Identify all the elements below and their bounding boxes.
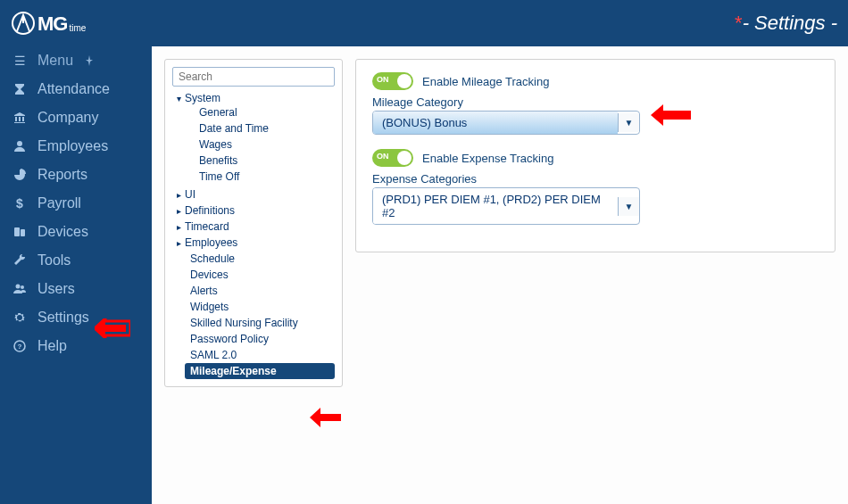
dropdown-value: (PRD1) PER DIEM #1, (PRD2) PER DIEM #2 xyxy=(373,188,618,224)
expense-categories-label: Expense Categories xyxy=(372,172,819,186)
tree-leaf-devices[interactable]: Devices xyxy=(185,267,335,283)
sidebar-item-tools[interactable]: Tools xyxy=(0,246,152,275)
mileage-toggle[interactable]: ON xyxy=(372,72,413,90)
expense-toggle-row: ON Enable Expense Tracking xyxy=(372,149,819,167)
menu-icon: ☰ xyxy=(11,54,29,68)
tree-leaf-benefits[interactable]: Benefits xyxy=(194,153,335,169)
tree-leaf-snf[interactable]: Skilled Nursing Facility xyxy=(185,315,335,331)
tree-search-input[interactable] xyxy=(172,67,335,87)
expand-icon: ▸ xyxy=(172,222,185,232)
expand-icon: ▸ xyxy=(172,190,185,200)
tree-leaf-timeoff[interactable]: Time Off xyxy=(194,169,335,185)
toggle-on-label: ON xyxy=(377,152,389,161)
content-panel: ON Enable Mileage Tracking Mileage Categ… xyxy=(355,59,836,252)
sidebar-item-menu[interactable]: ☰ Menu xyxy=(0,46,152,75)
piechart-icon xyxy=(11,169,29,181)
sidebar-item-employees[interactable]: Employees xyxy=(0,132,152,161)
expense-categories-dropdown[interactable]: (PRD1) PER DIEM #1, (PRD2) PER DIEM #2 ▼ xyxy=(372,187,640,225)
app-header: MG time *- Settings - xyxy=(0,0,848,46)
sidebar: ☰ Menu Attendance Company Employees xyxy=(0,46,152,504)
sidebar-item-label: Reports xyxy=(37,167,87,183)
mileage-category-label: Mileage Category xyxy=(372,95,819,109)
tree-leaf-wages[interactable]: Wages xyxy=(194,136,335,153)
toggle-knob xyxy=(397,74,412,88)
settings-tree: ▾System General Date and Time Wages Bene… xyxy=(172,90,335,379)
svg-rect-2 xyxy=(14,227,20,236)
sidebar-item-label: Company xyxy=(37,110,98,126)
svg-point-1 xyxy=(17,141,22,146)
chevron-down-icon[interactable]: ▼ xyxy=(618,113,639,132)
sidebar-item-label: Menu xyxy=(37,53,73,69)
pin-icon[interactable] xyxy=(80,55,98,66)
dropdown-value: (BONUS) Bonus xyxy=(373,112,618,134)
tree-node-ui[interactable]: ▸UI xyxy=(172,188,335,201)
expand-icon: ▸ xyxy=(172,206,185,216)
dollar-icon: $ xyxy=(11,196,29,211)
sidebar-item-label: Tools xyxy=(37,252,71,269)
expense-toggle-label: Enable Expense Tracking xyxy=(422,152,553,165)
logo-sub: time xyxy=(69,23,86,33)
bank-icon xyxy=(11,112,29,124)
collapse-icon: ▾ xyxy=(172,94,185,103)
help-icon: ? xyxy=(11,340,29,352)
sidebar-item-label: Employees xyxy=(37,138,108,154)
mileage-toggle-row: ON Enable Mileage Tracking xyxy=(372,72,819,90)
annotation-arrow-tree xyxy=(310,408,345,427)
sidebar-item-label: Payroll xyxy=(37,195,81,211)
logo-text: MG xyxy=(37,12,67,36)
svg-text:?: ? xyxy=(18,343,22,351)
hourglass-icon xyxy=(11,83,29,95)
logo-mark-icon xyxy=(11,11,36,36)
tree-leaf-datetime[interactable]: Date and Time xyxy=(194,120,335,136)
tree-node-definitions[interactable]: ▸Definitions xyxy=(172,204,335,217)
page-title: *- Settings - xyxy=(735,12,837,35)
tree-node-timecard[interactable]: ▸Timecard xyxy=(172,220,335,233)
gear-icon xyxy=(11,311,29,324)
chevron-down-icon[interactable]: ▼ xyxy=(618,197,639,216)
toggle-knob xyxy=(397,151,412,165)
sidebar-item-company[interactable]: Company xyxy=(0,103,152,132)
svg-rect-3 xyxy=(21,229,25,236)
required-asterisk: * xyxy=(735,12,743,34)
sidebar-item-label: Help xyxy=(37,338,67,354)
tree-leaf-password-policy[interactable]: Password Policy xyxy=(185,331,335,347)
wrench-icon xyxy=(11,254,29,267)
expand-icon: ▸ xyxy=(172,238,185,248)
settings-tree-panel: ▾System General Date and Time Wages Bene… xyxy=(164,59,343,387)
tree-leaf-saml[interactable]: SAML 2.0 xyxy=(185,347,335,363)
sidebar-item-label: Devices xyxy=(37,224,88,240)
person-icon xyxy=(11,140,29,153)
sidebar-item-label: Users xyxy=(37,281,75,297)
annotation-arrow-dropdown xyxy=(651,104,695,126)
devices-icon xyxy=(11,226,29,238)
mileage-toggle-label: Enable Mileage Tracking xyxy=(422,75,549,88)
annotation-arrow-settings xyxy=(95,318,130,338)
tree-leaf-mileage-expense[interactable]: Mileage/Expense xyxy=(185,363,335,379)
main-area: ▾System General Date and Time Wages Bene… xyxy=(152,46,848,504)
sidebar-item-reports[interactable]: Reports xyxy=(0,161,152,189)
expense-toggle[interactable]: ON xyxy=(372,149,413,167)
sidebar-item-label: Settings xyxy=(37,310,89,326)
sidebar-item-label: Attendance xyxy=(37,81,110,97)
users-icon xyxy=(11,283,29,295)
sidebar-item-users[interactable]: Users xyxy=(0,275,152,303)
toggle-on-label: ON xyxy=(377,75,389,84)
tree-leaf-schedule[interactable]: Schedule xyxy=(185,251,335,267)
app-logo: MG time xyxy=(11,11,86,36)
sidebar-item-attendance[interactable]: Attendance xyxy=(0,75,152,103)
tree-node-system[interactable]: ▾System xyxy=(172,92,335,104)
sidebar-item-devices[interactable]: Devices xyxy=(0,218,152,246)
svg-point-4 xyxy=(16,285,21,289)
tree-node-employees[interactable]: ▸Employees xyxy=(172,236,335,249)
tree-leaf-widgets[interactable]: Widgets xyxy=(185,299,335,315)
tree-leaf-general[interactable]: General xyxy=(194,104,335,120)
sidebar-item-payroll[interactable]: $ Payroll xyxy=(0,189,152,218)
tree-leaf-alerts[interactable]: Alerts xyxy=(185,283,335,299)
mileage-category-dropdown[interactable]: (BONUS) Bonus ▼ xyxy=(372,111,640,135)
svg-point-5 xyxy=(21,285,24,289)
